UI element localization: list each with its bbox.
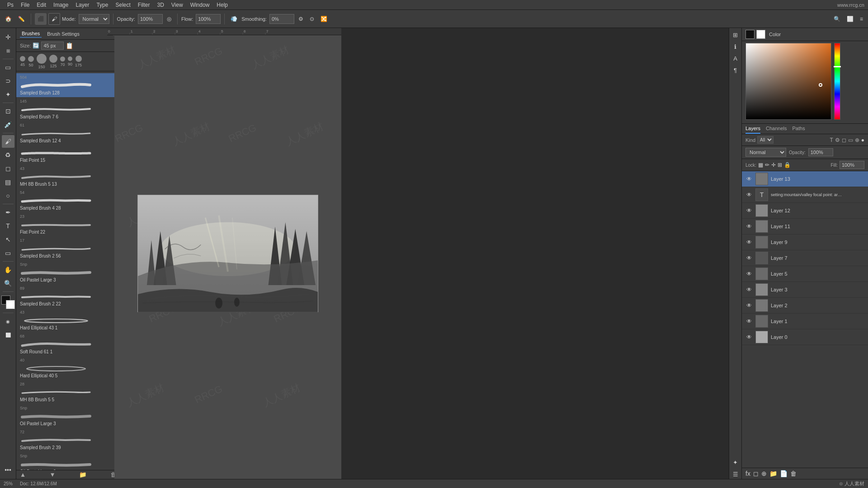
- lasso-tool[interactable]: ⊃: [2, 75, 14, 87]
- brush-item[interactable]: 40 Hard Elliptical 40 5: [16, 356, 120, 380]
- artboard-tool[interactable]: ⊞: [2, 44, 14, 57]
- lock-all-btn[interactable]: 🔒: [784, 162, 791, 168]
- layer-item[interactable]: 👁 Layer 13: [742, 171, 868, 187]
- layer-visibility-toggle[interactable]: 👁: [745, 286, 753, 293]
- brushes-tab[interactable]: Brushes: [20, 30, 42, 38]
- menu-type[interactable]: Type: [93, 1, 112, 9]
- layer-item[interactable]: 👁 Layer 7: [742, 250, 868, 266]
- flow-input[interactable]: [196, 14, 221, 24]
- canvas-image[interactable]: [137, 195, 318, 312]
- filter-pixel[interactable]: ◻: [842, 137, 846, 143]
- menu-window[interactable]: Window: [187, 1, 213, 9]
- info-icon[interactable]: ℹ: [731, 42, 741, 52]
- layer-visibility-toggle[interactable]: 👁: [745, 302, 753, 309]
- lock-transparent-btn[interactable]: ▦: [758, 162, 763, 168]
- filter-toggle[interactable]: ●: [861, 137, 864, 143]
- brush-item[interactable]: Snp Oil Pastel Large 3: [16, 260, 120, 284]
- opacity-icon[interactable]: ◎: [165, 14, 174, 23]
- layer-adjustment-btn[interactable]: ⊕: [761, 470, 767, 477]
- brush-preset-btn[interactable]: ⬛: [35, 13, 47, 25]
- preset-150[interactable]: 150: [37, 54, 47, 69]
- layer-item[interactable]: 👁 Layer 2: [742, 298, 868, 314]
- shape-tool[interactable]: ▭: [2, 247, 14, 259]
- layer-visibility-toggle[interactable]: 👁: [745, 270, 753, 277]
- opacity-input[interactable]: [138, 14, 163, 24]
- paragraph-icon[interactable]: ¶: [731, 65, 741, 75]
- quick-mask-btn[interactable]: ◉: [2, 315, 14, 328]
- preset-45[interactable]: 45: [20, 56, 25, 67]
- layer-visibility-toggle[interactable]: 👁: [745, 191, 753, 198]
- layer-visibility-toggle[interactable]: 👁: [745, 239, 753, 246]
- brush-item[interactable]: 145 Sampled Brush 7 6: [16, 97, 120, 121]
- size-lock-btn[interactable]: 🔄: [33, 42, 39, 49]
- eyedropper-tool[interactable]: 💉: [2, 118, 14, 131]
- size-input[interactable]: [41, 42, 64, 50]
- preset-90[interactable]: 90: [68, 56, 72, 66]
- menu-help[interactable]: Help: [213, 1, 231, 9]
- symmetry-btn[interactable]: 🔀: [318, 14, 330, 23]
- layer-item[interactable]: 👁 Layer 9: [742, 235, 868, 250]
- tab-channels[interactable]: Channels: [766, 126, 787, 134]
- zoom-tool[interactable]: 🔍: [2, 277, 14, 290]
- brush-item[interactable]: 89 Sampled Brush 2 22: [16, 284, 120, 308]
- color-hue-slider[interactable]: [834, 43, 840, 120]
- layer-visibility-toggle[interactable]: 👁: [745, 175, 753, 183]
- brush-item[interactable]: 72 Sampled Brush 2 39: [16, 428, 120, 452]
- layer-item[interactable]: 👁 Layer 0: [742, 329, 868, 345]
- layer-delete-btn[interactable]: 🗑: [790, 470, 797, 477]
- brush-item[interactable]: Snp Oil Pastel Large 3: [16, 404, 120, 428]
- smoothing-input[interactable]: [269, 14, 294, 24]
- brush-item[interactable]: 28 MH 8B Brush 5 5: [16, 380, 120, 404]
- airbrush-btn[interactable]: 💨: [228, 14, 240, 23]
- layer-fx-btn[interactable]: fx: [745, 470, 750, 477]
- magic-wand-tool[interactable]: ✦: [2, 88, 14, 101]
- preset-50[interactable]: 50: [28, 56, 34, 67]
- fg-color-swatch[interactable]: [745, 30, 755, 39]
- gradient-tool[interactable]: ▤: [2, 176, 14, 188]
- preset-175[interactable]: 175: [75, 56, 82, 67]
- background-swatch[interactable]: [6, 300, 15, 309]
- lock-position-btn[interactable]: ✛: [771, 162, 776, 168]
- brush-item[interactable]: 54 Sampled Brush 4 28: [16, 188, 120, 212]
- dodge-tool[interactable]: ○: [2, 189, 14, 202]
- blend-mode-select[interactable]: Normal Multiply Screen Overlay: [745, 148, 786, 157]
- brush-picker-btn[interactable]: 🖌: [48, 13, 60, 25]
- lock-artboard-btn[interactable]: ⊞: [778, 162, 782, 168]
- pen-tool[interactable]: ✒: [2, 206, 14, 219]
- layer-visibility-toggle[interactable]: 👁: [745, 318, 753, 325]
- layer-group-btn[interactable]: 📁: [769, 470, 777, 477]
- history-icon[interactable]: ⊞: [731, 30, 741, 40]
- layer-visibility-toggle[interactable]: 👁: [745, 333, 753, 341]
- brush-item[interactable]: 43 MH 8B Brush 5 13: [16, 164, 120, 188]
- move-tool[interactable]: ✛: [2, 31, 14, 43]
- folder-btn[interactable]: 📁: [79, 471, 87, 478]
- opacity-input[interactable]: [808, 148, 833, 156]
- new-brush-btn[interactable]: 📋: [66, 42, 73, 49]
- bg-color-swatch[interactable]: [756, 30, 765, 39]
- lock-image-btn[interactable]: ✏: [765, 162, 769, 168]
- brush-item[interactable]: 68 Soft Round 61 1: [16, 332, 120, 356]
- crop-tool[interactable]: ⊡: [2, 105, 14, 117]
- menu-select[interactable]: Select: [112, 1, 134, 9]
- menu-filter[interactable]: Filter: [134, 1, 154, 9]
- layer-item[interactable]: 👁 Layer 3: [742, 282, 868, 298]
- layer-item[interactable]: 👁 Layer 11: [742, 219, 868, 235]
- search-btn[interactable]: 🔍: [831, 14, 843, 23]
- layer-visibility-toggle[interactable]: 👁: [745, 207, 753, 214]
- tab-layers[interactable]: Layers: [745, 126, 760, 134]
- layer-item[interactable]: 👁 Layer 5: [742, 266, 868, 282]
- character-icon[interactable]: A: [731, 53, 741, 63]
- eraser-tool[interactable]: ◻: [2, 162, 14, 175]
- menu-file[interactable]: File: [17, 1, 33, 9]
- brush-tool[interactable]: 🖌: [2, 135, 14, 148]
- brush-item[interactable]: Snp Oil Pastel Large 2: [16, 452, 120, 470]
- filter-type-text[interactable]: T: [830, 137, 833, 143]
- layer-mask-btn[interactable]: ◻: [753, 470, 759, 477]
- toolbar-home-btn[interactable]: 🏠: [3, 14, 14, 23]
- tab-paths[interactable]: Paths: [793, 126, 805, 134]
- library-icon[interactable]: ☰: [731, 469, 741, 479]
- clone-tool[interactable]: ♻: [2, 149, 14, 161]
- filter-adj[interactable]: ⚙: [835, 137, 840, 143]
- hand-tool[interactable]: ✋: [2, 263, 14, 276]
- brush-item[interactable]: 17 Sampled Brush 2 56: [16, 236, 120, 260]
